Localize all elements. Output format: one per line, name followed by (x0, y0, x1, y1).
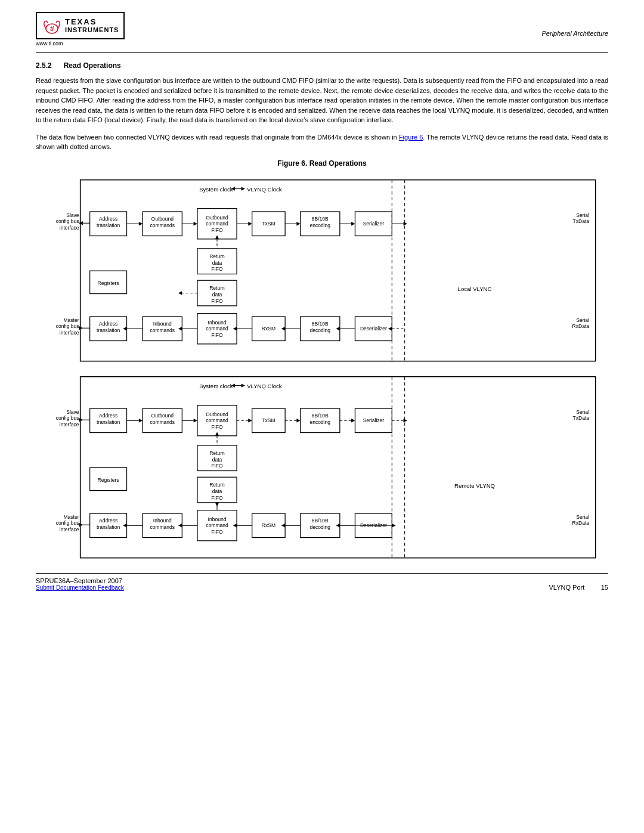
svg-marker-86 (215, 502, 219, 506)
svg-marker-88 (79, 523, 83, 527)
ti-logo-icon: ti (42, 16, 62, 36)
addr-trans-bot-2: translation (97, 327, 120, 333)
local-vlynq-diagram: System clock VLYNQ Clock Local VLYNC Sla… (36, 174, 608, 364)
footer-feedback-link[interactable]: Submit Documentation Feedback (36, 584, 124, 591)
svg-marker-11 (139, 222, 143, 225)
serial-rxdata-r: Serial (576, 513, 589, 519)
svg-marker-35 (79, 326, 83, 330)
figure-title: Figure 6. Read Operations (36, 159, 608, 168)
master-label-3: interface (60, 329, 79, 335)
svg-marker-97 (233, 524, 237, 527)
inbound-fifo-bot-3: FIFO (211, 332, 223, 338)
svg-marker-23 (351, 222, 355, 225)
svg-marker-70 (248, 419, 252, 422)
serial-rxdata-label-2: RxData (572, 323, 590, 329)
svg-marker-50 (336, 327, 339, 330)
serial-txdata-r: Serial (576, 408, 589, 414)
outbound-fifo-top: Outbound (206, 214, 228, 220)
svg-marker-26 (404, 222, 407, 225)
svg-marker-67 (194, 419, 197, 422)
slave-label-3: interface (60, 224, 79, 230)
serial-txdata-label: Serial (576, 212, 589, 218)
svg-marker-41 (178, 327, 182, 330)
serial-rxdata-label: Serial (576, 317, 589, 323)
footer-doc-id: SPRUE36A–September 2007 (36, 577, 124, 584)
logo-box: ti TEXAS INSTRUMENTS (36, 12, 125, 39)
encoding-r-top: 8B/10B (312, 412, 329, 418)
svg-marker-47 (281, 327, 285, 330)
outbound-fifo-r-top: Outbound (206, 411, 228, 417)
outbound-fifo-top-2: command (206, 221, 228, 227)
return-fifo-r-2-2: data (212, 488, 222, 494)
svg-marker-94 (178, 524, 182, 527)
header: ti TEXAS INSTRUMENTS www.ti.com Peripher… (36, 12, 608, 47)
svg-marker-82 (215, 432, 219, 435)
inbound-fifo-bot: Inbound (208, 319, 227, 325)
section-heading: 2.5.2Read Operations (36, 61, 608, 70)
system-clock-label: System clock (199, 185, 233, 192)
diagram-container: System clock VLYNQ Clock Local VLYNC Sla… (36, 174, 608, 561)
outbound-fifo-r-top-3: FIFO (211, 424, 223, 430)
inbound-cmd-r-bot-2: commands (150, 524, 175, 529)
outbound-fifo-top-3: FIFO (211, 227, 223, 233)
svg-marker-103 (336, 524, 339, 527)
remote-vlynq-diagram: System clock VLYNQ Clock Remote VLYNQ Sl… (36, 370, 608, 561)
return-fifo-2-top: Return (209, 285, 225, 291)
txsm-top: TxSM (262, 221, 275, 227)
svg-marker-58 (242, 383, 245, 387)
decoding-r-bot-2: decoding (310, 524, 331, 529)
footer-port-label: VLYNQ Port (549, 584, 585, 591)
section-title: Read Operations (64, 61, 121, 70)
outbound-cmd-top-2: commands (150, 222, 175, 228)
svg-text:ti: ti (50, 26, 54, 32)
serial-txdata-r-2: TxData (573, 415, 590, 421)
svg-marker-64 (139, 419, 143, 422)
remote-vlynq-label: Remote VLYNQ (454, 482, 495, 489)
serializer-r-top: Serializer (363, 417, 385, 423)
website-label: www.ti.com (36, 41, 63, 47)
svg-marker-29 (215, 235, 219, 239)
footer-right: VLYNQ Port 15 (549, 584, 608, 591)
figure-link[interactable]: Figure 6 (399, 134, 423, 141)
return-fifo-r-1: Return (209, 450, 225, 456)
addr-trans-top: Address (99, 215, 117, 221)
svg-marker-61 (79, 418, 83, 422)
footer-page: 15 (601, 584, 608, 591)
addr-trans-r-bot-2: translation (97, 524, 120, 529)
vlynq-clock-label: VLYNQ Clock (247, 185, 282, 192)
svg-rect-2 (80, 179, 596, 361)
registers-top: Registers (98, 280, 119, 286)
deserializer-top: Deserializer (360, 326, 387, 332)
return-fifo-1-top-2: data (212, 259, 222, 265)
master-r-2: config bus (56, 520, 79, 526)
footer: SPRUE36A–September 2007 Submit Documenta… (36, 573, 608, 591)
svg-marker-79 (404, 419, 407, 422)
header-divider (36, 52, 608, 53)
paragraph-2: The data flow between two connected VLYN… (36, 132, 608, 152)
logo-area: ti TEXAS INSTRUMENTS www.ti.com (36, 12, 125, 47)
slave-r-3: interface (60, 421, 79, 427)
encoding-top-2: encoding (310, 222, 331, 228)
page: ti TEXAS INSTRUMENTS www.ti.com Peripher… (0, 0, 644, 833)
svg-marker-106 (392, 524, 395, 527)
addr-trans-r-top: Address (99, 412, 117, 418)
slave-r-1: Slave (66, 408, 79, 414)
vlynq-clock-label-r: VLYNQ Clock (247, 382, 282, 389)
encoding-r-top-2: encoding (310, 419, 331, 425)
svg-marker-5 (242, 187, 245, 190)
rxsm-top: RxSM (262, 326, 275, 332)
texas-text: TEXAS (65, 17, 119, 27)
footer-left: SPRUE36A–September 2007 Submit Documenta… (36, 577, 124, 591)
svg-marker-33 (178, 291, 182, 295)
logo-text: TEXAS INSTRUMENTS (65, 17, 119, 35)
outbound-cmd-top: Outbound (151, 215, 174, 221)
svg-marker-20 (296, 222, 300, 225)
inbound-cmd-bot-2: commands (150, 327, 175, 333)
svg-marker-73 (296, 419, 300, 422)
outbound-fifo-r-top-2: command (206, 417, 228, 423)
header-section: Peripheral Architecture (542, 30, 608, 37)
return-fifo-2-top-2: data (212, 291, 222, 297)
inbound-cmd-r-bot: Inbound (153, 517, 172, 523)
return-fifo-1-top: Return (209, 253, 225, 259)
slave-label-2: config bus (56, 218, 79, 224)
